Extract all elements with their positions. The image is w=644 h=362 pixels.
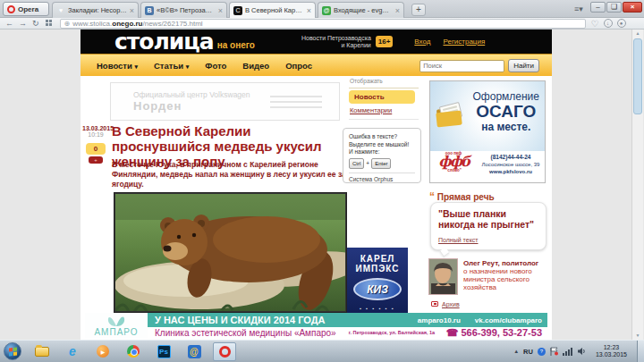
amparo-site-link[interactable]: amparo10.ru <box>418 316 461 324</box>
site-logo[interactable]: столица <box>114 30 214 53</box>
language-indicator[interactable]: RU <box>523 348 533 356</box>
site-nav: Новости ▾ Статьи ▾ Фото Видео Опрос Найт… <box>80 54 552 76</box>
show-desktop-button[interactable] <box>637 341 644 362</box>
comment-add-button[interactable]: + <box>89 156 103 164</box>
new-tab-button[interactable]: + <box>411 4 426 16</box>
chrome-taskbar-button[interactable] <box>122 342 145 361</box>
orphus-system-link[interactable]: Система Orphus <box>349 176 415 184</box>
tab-close-icon[interactable]: × <box>130 6 134 15</box>
screen: Opera ♥ Закладки: Несортирован × В «В©В»… <box>0 0 644 362</box>
nav-item-poll[interactable]: Опрос <box>285 61 312 71</box>
bookmark-heart-icon[interactable]: ♡ <box>591 19 599 29</box>
vk-icon: В <box>145 6 154 15</box>
back-button[interactable]: ← <box>5 19 13 29</box>
tab-bookmarks[interactable]: ♥ Закладки: Несортирован × <box>52 2 139 18</box>
profile-icon[interactable]: ● <box>617 19 626 28</box>
search-button[interactable]: Найти <box>508 59 539 72</box>
comment-count-badge[interactable]: 0 <box>86 143 106 155</box>
speech-quote: "Выше планки никогда не прыгнет" <box>438 208 538 230</box>
tab-menu-icon[interactable]: ≡▾ <box>574 4 583 13</box>
tab-vk-petrozavodsk[interactable]: В «В©В» Петрозаводск × <box>140 2 227 18</box>
tray-app-icon[interactable]: ? <box>538 348 546 356</box>
slovo-logomark-icon: ффб <box>430 156 477 168</box>
download-icon[interactable]: ↓ <box>604 19 613 28</box>
tabs-container: ♥ Закладки: Несортирован × В «В©В» Петро… <box>52 2 404 18</box>
reload-button[interactable]: ↻ <box>32 19 39 29</box>
addressbar-actions: ♡ ↓ ● <box>591 19 626 29</box>
slovo-logo: ооо пкф ффб "слово" <box>430 151 477 182</box>
comment-widget: 0 + <box>86 143 106 164</box>
url-field[interactable]: ⊕ www.stolica.onego.ru/news/262175.html <box>60 19 586 29</box>
photoshop-taskbar-button[interactable]: Ps <box>152 342 175 361</box>
bear-photo <box>114 192 347 313</box>
folder-icon <box>35 347 49 357</box>
opera-menu-label: Opera <box>18 5 38 13</box>
network-icon[interactable] <box>563 348 572 356</box>
divider <box>349 119 419 120</box>
tab-active-article[interactable]: С В Северной Карелии про × <box>229 2 316 18</box>
register-link[interactable]: Регистрация <box>443 38 485 46</box>
minimize-button[interactable]: – <box>590 2 606 13</box>
display-option-news[interactable]: Новость <box>349 90 415 104</box>
browser-tab-bar: Opera ♥ Закладки: Несортирован × В «В©В»… <box>0 0 644 18</box>
full-text-link[interactable]: Полный текст <box>438 237 478 243</box>
hidden-icons-button[interactable]: ▲ <box>513 349 519 354</box>
tab-close-icon[interactable]: × <box>218 6 223 15</box>
opera-logo-icon <box>7 5 15 13</box>
volkswagen-banner-text: Официальный центр Volkswagen Норден <box>133 90 250 113</box>
amparo-phone: ☎ 566-399, 53-27-53 <box>446 327 542 339</box>
site-container: столица на онего Новости Петрозаводскаи … <box>80 29 552 340</box>
tab-inbox[interactable]: @ Входящие - evgeniya_a × <box>318 2 404 18</box>
osago-contact: (8142)44-44-24 Лососинское шоссе, 39 www… <box>477 151 545 182</box>
maximize-button[interactable]: ❏ <box>606 2 622 13</box>
taskbar-clock[interactable]: 12:23 13.03.2015 <box>596 344 627 358</box>
close-button[interactable]: × <box>623 2 642 13</box>
heart-icon: ♥ <box>56 6 65 15</box>
nav-item-video[interactable]: Видео <box>242 61 269 71</box>
opera-menu-button[interactable]: Opera <box>3 2 49 16</box>
ctrl-key: Ctrl <box>349 158 364 170</box>
ie-taskbar-button[interactable]: e <box>61 342 84 361</box>
amparo-vk-link[interactable]: vk.com/clubamparo <box>475 316 542 324</box>
scroll-up-icon[interactable]: ▲ <box>632 29 643 38</box>
tab-close-icon[interactable]: × <box>395 6 400 15</box>
karel-line: КАРЕЛ <box>347 254 408 264</box>
site-header: столица на онего Новости Петрозаводскаи … <box>80 29 552 54</box>
amparo-banner-top-row: У НАС ЦЕНЫ И СКИДКИ 2014 ГОДА amparo10.r… <box>148 313 547 327</box>
tab-close-icon[interactable]: × <box>307 6 311 15</box>
osago-ad-text: Оформление ОСАГО на месте. <box>473 90 539 133</box>
page-scrollbar[interactable]: ▲ ▼ <box>631 29 643 340</box>
scroll-down-icon[interactable]: ▼ <box>632 332 643 340</box>
window-controls: – ❏ × <box>590 2 642 13</box>
photoshop-icon: Ps <box>157 345 171 358</box>
amparo-banner[interactable]: АМПАРО У НАС ЦЕНЫ И СКИДКИ 2014 ГОДА amp… <box>85 313 547 338</box>
speed-dial-icon[interactable] <box>46 20 53 27</box>
explorer-taskbar-button[interactable] <box>30 342 54 361</box>
orphus-line: Ошибка в тексте? <box>349 133 415 141</box>
nav-item-photo[interactable]: Фото <box>205 61 226 71</box>
search-input[interactable] <box>419 60 504 72</box>
mail-agent-taskbar-button[interactable]: @ <box>182 342 206 361</box>
site-tagline: Новости Петрозаводскаи Карелии <box>301 35 371 49</box>
age-badge: 16+ <box>376 36 394 47</box>
nav-item-news[interactable]: Новости ▾ <box>97 61 138 71</box>
start-button[interactable] <box>4 342 21 360</box>
karel-impex-banner[interactable]: КАРЕЛ ИМПЭКС КИЗ ▪ ▪ ▪ ▪ ▪ ▪ <box>347 248 408 316</box>
display-option-comments[interactable]: Комментарии <box>350 106 392 114</box>
auth-links: Вход Регистрация <box>414 38 485 46</box>
orphus-line: И нажмите: <box>349 148 415 156</box>
article-lead: В местечке Юука, в приграничном с Карели… <box>112 160 346 189</box>
nav-item-articles[interactable]: Статьи ▾ <box>154 61 189 71</box>
osago-ad[interactable]: Оформление ОСАГО на месте. ооо пкф ффб "… <box>429 80 546 183</box>
login-link[interactable]: Вход <box>414 38 430 46</box>
amparo-logo: АМПАРО <box>85 313 148 338</box>
volkswagen-banner[interactable]: Официальный центр Volkswagen Норден <box>110 82 340 121</box>
archive-link[interactable]: Архив <box>442 301 460 307</box>
forward-button[interactable]: → <box>19 19 27 29</box>
volume-icon[interactable] <box>577 347 586 356</box>
opera-taskbar-button[interactable] <box>213 342 236 361</box>
scrollbar-thumb[interactable] <box>633 38 642 114</box>
action-center-flag-icon[interactable] <box>550 347 558 356</box>
osago-ad-top: Оформление ОСАГО на месте. <box>430 81 545 151</box>
wmp-taskbar-button[interactable]: ▶ <box>91 342 114 361</box>
